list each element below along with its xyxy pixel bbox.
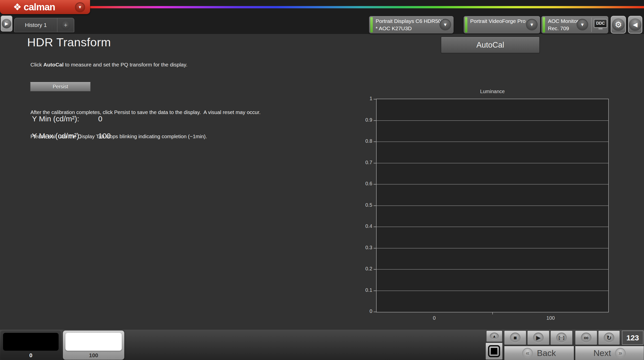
ddc-button[interactable]: DDC [594, 19, 607, 29]
persist-button[interactable]: Persist [30, 82, 91, 91]
refresh-button[interactable]: ↻ [598, 331, 620, 345]
y-tick-label: 0.3 [347, 245, 372, 250]
luminance-chart-plot [376, 99, 609, 312]
top-strip: ❖ calman ▼ ▶ History 1 + Portrait Displa… [0, 0, 644, 34]
measure-counter: 123 [622, 331, 643, 345]
x-mid-tick [492, 312, 493, 314]
pattern-window-icon [488, 345, 500, 357]
back-button[interactable]: « Back [504, 346, 574, 360]
gridline [377, 163, 608, 163]
y-tick-label: 0.5 [347, 202, 372, 208]
rainbow-gradient-bar [87, 6, 644, 8]
infinity-icon: ∞ [581, 333, 591, 343]
meter-dropdown-colorimeter[interactable]: Portrait Displays C6 HDR5000 * AOC K27U3… [369, 16, 454, 33]
y-tick-mark [374, 141, 377, 142]
pattern-window-button[interactable] [486, 343, 503, 360]
y-tick-label: 0.6 [347, 181, 372, 187]
add-tab-button[interactable]: + [57, 18, 74, 32]
y-tick-label: 0.9 [347, 117, 372, 123]
pattern-patch-100[interactable]: 100 [63, 331, 124, 360]
y-tick-label: 0.4 [347, 223, 372, 229]
page-title: HDR Transform [27, 35, 111, 49]
meter-line1: AOC Monitor [548, 17, 578, 25]
meter-dropdown-generator[interactable]: Portrait VideoForge Pro ▼ [464, 16, 540, 33]
session-expand-button[interactable]: ▶ [1, 16, 12, 31]
pattern-patch-0[interactable]: 0 [1, 331, 61, 360]
back-label: Back [537, 348, 556, 358]
x-tick-label: 0 [433, 315, 436, 321]
gear-icon: ⚙ [612, 18, 625, 31]
chevrons-right-icon: » [615, 348, 626, 358]
patch-list-up-button[interactable]: ▲ [486, 331, 502, 342]
y-tick-mark [374, 291, 377, 291]
white-swatch [65, 333, 122, 351]
continuous-measure-button[interactable]: ∞ [575, 331, 597, 345]
single-measure-button[interactable]: [··] [550, 331, 573, 345]
chevrons-left-icon: « [522, 348, 533, 358]
y-max-value: 100 [98, 132, 111, 140]
gridline [377, 248, 608, 248]
collapse-panel-button[interactable]: ◀ [628, 16, 642, 33]
stop-icon: ■ [510, 333, 520, 343]
y-min-label: Y Min (cd/m²): [32, 115, 96, 123]
chart-title: Luminance [376, 89, 609, 94]
y-min-value: 0 [98, 115, 102, 123]
play-icon: ▶ [533, 333, 544, 343]
patch-label: 100 [63, 352, 124, 359]
y-tick-label: 0.8 [347, 138, 372, 144]
calman-logo-text: calman [24, 2, 55, 13]
y-tick-label: 0 [347, 308, 372, 314]
tab-history-1[interactable]: History 1 + [14, 18, 74, 32]
next-label: Next [593, 348, 611, 358]
meter-line1: Portrait Displays C6 HDR5000 [376, 17, 447, 25]
y-tick-mark [374, 312, 377, 312]
gridline [377, 141, 608, 142]
plus-icon: + [61, 21, 70, 30]
y-tick-mark [374, 227, 377, 227]
chevron-down-icon[interactable]: ▼ [439, 19, 451, 30]
gridline [377, 291, 608, 291]
y-tick-mark [374, 205, 377, 206]
ddc-monitor-icon: DDC [594, 19, 607, 28]
y-tick-mark [374, 163, 377, 163]
chevron-down-icon[interactable]: ▼ [526, 19, 538, 30]
arrow-left-icon: ◀ [629, 18, 641, 31]
tab-label[interactable]: History 1 [15, 18, 57, 32]
gridline [377, 205, 608, 206]
stop-measure-button[interactable]: ■ [504, 331, 526, 345]
y-tick-mark [374, 269, 377, 270]
chevron-up-icon: ▲ [490, 333, 499, 340]
calman-diamond-icon: ❖ [13, 2, 22, 12]
autocal-button[interactable]: AutoCal [441, 37, 540, 53]
bottom-bar: 0 100 ▲ ■ ▶ [··] ∞ ↻ 123 « Back Next » [0, 330, 644, 360]
y-tick-mark [374, 120, 377, 121]
meter-line2: Rec. 709 [548, 25, 578, 32]
logo-menu-button[interactable]: ▼ [75, 2, 85, 12]
instruction-text: Click AutoCal to measure and set the PQ … [30, 62, 187, 68]
y-tick-label: 0.7 [347, 160, 372, 165]
y-tick-label: 1 [347, 96, 372, 101]
gridline [377, 227, 608, 227]
chart-y-axis-labels: 00.10.20.30.40.50.60.70.80.91 [347, 99, 372, 312]
chevron-down-icon[interactable]: ▼ [577, 19, 588, 30]
y-min-row: Y Min (cd/m²): 0 [32, 115, 102, 123]
calman-logo-button[interactable]: ❖ calman ▼ [0, 0, 90, 14]
step-bracket-icon: [··] [556, 333, 567, 343]
gridline [377, 120, 608, 121]
y-max-row: Y Max (cd/m²): 100 [32, 132, 111, 140]
y-max-label: Y Max (cd/m²): [32, 132, 96, 140]
start-measure-button[interactable]: ▶ [527, 331, 549, 345]
y-tick-mark [374, 99, 377, 99]
meter-status-stripe [543, 17, 545, 32]
ddc-monitor-stand [598, 28, 602, 29]
divider [591, 18, 592, 32]
meter-status-stripe [465, 17, 467, 32]
play-icon: ▶ [2, 19, 11, 28]
next-button[interactable]: Next » [575, 346, 644, 360]
y-tick-mark [374, 248, 377, 248]
gridline [377, 269, 608, 270]
meter-dropdown-display[interactable]: AOC Monitor Rec. 709 ▼ DDC [541, 16, 608, 33]
settings-button[interactable]: ⚙ [611, 16, 626, 33]
meter-line2: * AOC K27U3D [376, 25, 447, 32]
refresh-icon: ↻ [604, 333, 614, 343]
